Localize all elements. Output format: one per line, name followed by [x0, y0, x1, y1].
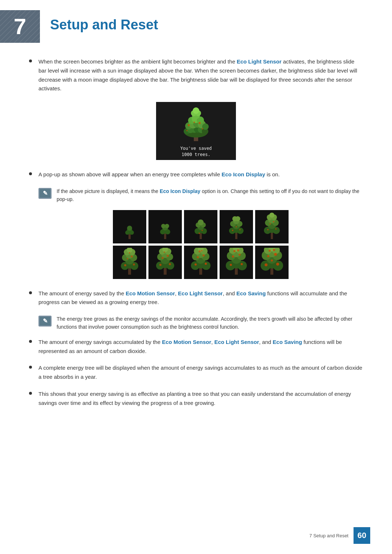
bullet-item-4: The amount of energy savings accumulated… — [29, 338, 363, 356]
bullet4-highlight3: Eco Saving — [273, 339, 302, 345]
note-text-1: If the above picture is displayed, it me… — [57, 187, 363, 204]
svg-point-50 — [198, 219, 204, 225]
bullet-item-5: A complete energy tree will be displayed… — [29, 364, 363, 382]
bullet-dot-4 — [29, 340, 32, 343]
note1-highlight1: Eco Icon Display — [160, 188, 200, 194]
tree-cell-1-1 — [113, 210, 146, 243]
bullet3-highlight1: Eco Motion Sensor — [126, 290, 175, 296]
bullet3-text-before: The amount of energy saved by the — [38, 290, 126, 296]
tree-cell-2-3 — [184, 246, 217, 279]
svg-point-133 — [199, 250, 201, 253]
bullet-item-3: The amount of energy saved by the Eco Mo… — [29, 289, 363, 307]
svg-point-95 — [124, 264, 126, 266]
tree-popup-image: You've saved 1000 trees. — [156, 102, 236, 160]
note-icon-2: ✎ — [38, 316, 52, 327]
bullet4-highlight1: Eco Motion Sensor — [162, 339, 211, 345]
tree-cell-1-3 — [184, 210, 217, 243]
svg-point-97 — [127, 258, 128, 259]
svg-point-171 — [271, 259, 273, 262]
page-footer: 7 Setup and Reset 60 — [309, 527, 370, 544]
svg-point-81 — [269, 223, 271, 225]
svg-point-130 — [205, 263, 207, 265]
bullet4-sep2: , and — [259, 339, 273, 345]
bullet3-highlight3: Eco Saving — [236, 290, 266, 296]
tree-cell-1-5 — [255, 210, 289, 243]
svg-point-31 — [125, 230, 130, 235]
svg-point-24 — [186, 130, 188, 131]
svg-text:✎: ✎ — [43, 318, 48, 324]
svg-point-165 — [265, 263, 268, 266]
note1-text-before: If the above picture is displayed, it me… — [57, 188, 160, 194]
tree-row-1 — [113, 210, 289, 243]
bullet2-text-before: A pop-up as shown above will appear when… — [38, 171, 221, 177]
svg-point-64 — [232, 230, 233, 231]
svg-point-98 — [131, 255, 133, 258]
svg-point-65 — [239, 229, 241, 230]
bullet1-highlight1: Eco Light Sensor — [237, 58, 281, 65]
svg-point-150 — [238, 254, 241, 256]
svg-point-99 — [129, 252, 130, 254]
svg-rect-35 — [164, 233, 166, 239]
svg-rect-54 — [235, 232, 237, 239]
svg-point-79 — [267, 229, 269, 230]
svg-point-80 — [275, 228, 277, 230]
svg-point-115 — [167, 255, 169, 257]
content-area: When the screen becomes brighter as the … — [0, 57, 392, 444]
tree-cell-2-4 — [220, 246, 253, 279]
svg-point-129 — [195, 263, 197, 266]
bullet-text-3: The amount of energy saved by the Eco Mo… — [38, 289, 363, 307]
svg-rect-43 — [200, 233, 202, 239]
svg-point-66 — [236, 226, 237, 227]
tree-cell-1-4 — [220, 210, 253, 243]
svg-point-21 — [193, 122, 195, 123]
footer-page-number: 60 — [354, 527, 370, 544]
svg-point-149 — [232, 255, 234, 258]
svg-point-114 — [162, 257, 164, 259]
svg-point-33 — [127, 226, 132, 231]
svg-point-134 — [201, 250, 203, 251]
svg-point-82 — [273, 221, 274, 222]
footer-section-label: 7 Setup and Reset — [309, 533, 348, 538]
svg-point-23 — [202, 128, 203, 130]
bullet3-sep2: , and — [223, 290, 237, 296]
svg-point-148 — [241, 263, 243, 265]
svg-point-78 — [269, 213, 274, 218]
svg-point-169 — [269, 250, 271, 252]
svg-text:✎: ✎ — [43, 190, 48, 196]
bullet2-highlight1: Eco Icon Display — [221, 171, 265, 177]
svg-point-147 — [230, 264, 232, 266]
bullet1-text-before: When the screen becomes brighter as the … — [38, 58, 237, 65]
svg-point-32 — [130, 230, 134, 235]
tree-cell-2-2 — [148, 246, 182, 279]
tree-popup-svg — [174, 104, 218, 144]
bullet3-highlight2: Eco Light Sensor — [178, 290, 222, 296]
svg-point-41 — [165, 224, 169, 228]
svg-point-51 — [199, 233, 200, 234]
tree-cell-2-1 — [113, 246, 146, 279]
bullet-item-2: A pop-up as shown above will appear when… — [29, 170, 363, 179]
tree-popup-image-container: You've saved 1000 trees. — [29, 102, 363, 160]
note-icon-1: ✎ — [38, 188, 52, 199]
svg-point-151 — [233, 250, 236, 252]
page-header: 7 Setup and Reset — [0, 0, 392, 43]
note-box-2: ✎ The energy tree grows as the energy sa… — [38, 315, 363, 331]
svg-point-132 — [203, 254, 205, 257]
svg-rect-29 — [128, 234, 131, 239]
svg-point-52 — [201, 230, 203, 231]
bullet2-text-after: is on. — [265, 171, 280, 177]
svg-point-170 — [273, 249, 275, 251]
svg-point-20 — [188, 124, 190, 126]
svg-point-63 — [235, 216, 240, 221]
bullet-item-6: This shows that your energy saving is as… — [29, 390, 363, 408]
bullet-item-1: When the screen becomes brighter as the … — [29, 57, 363, 93]
svg-point-152 — [237, 249, 239, 251]
chapter-number: 7 — [14, 15, 26, 38]
bullet-text-2: A pop-up as shown above will appear when… — [38, 170, 363, 179]
chapter-number-block: 7 — [0, 10, 40, 43]
bullet-dot-1 — [29, 59, 32, 62]
bullet-text-4: The amount of energy savings accumulated… — [38, 338, 363, 356]
svg-point-167 — [267, 255, 269, 257]
tree-growth-grid — [38, 210, 363, 279]
bullet4-text-before: The amount of energy savings accumulated… — [38, 339, 162, 345]
bullet-dot-2 — [29, 172, 32, 175]
